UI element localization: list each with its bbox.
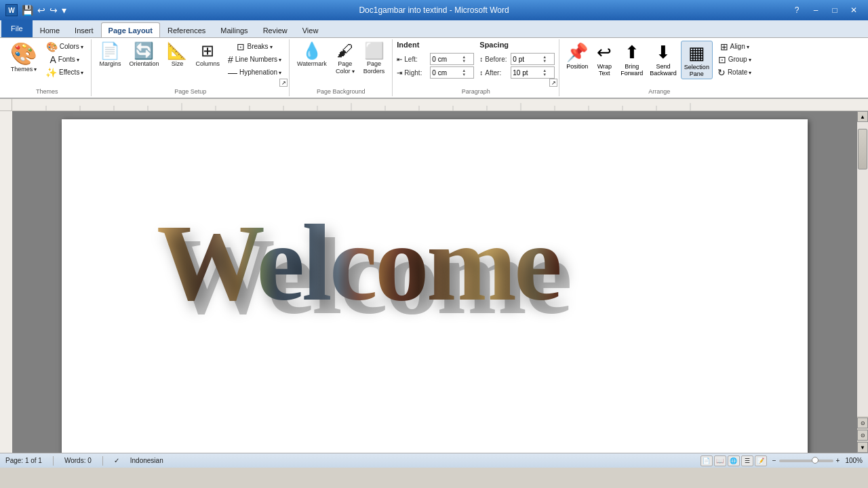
bring-forward-icon: ⬆ xyxy=(625,42,639,63)
window-controls: ? – □ ✕ xyxy=(788,3,863,17)
rotate-button[interactable]: ↻ Rotate▾ xyxy=(714,66,755,79)
word-icon: W xyxy=(5,4,18,16)
size-icon: 📐 xyxy=(167,43,187,59)
spacing-after-down[interactable]: ▼ xyxy=(542,73,547,77)
hyphenation-button[interactable]: — Hyphenation▾ xyxy=(224,66,285,79)
scroll-thumb[interactable] xyxy=(858,129,867,169)
indent-left-spinbox[interactable]: ▲ ▼ xyxy=(430,53,474,65)
spacing-after-spinbox-btns: ▲ ▼ xyxy=(542,68,547,77)
page-color-button[interactable]: 🖌 PageColor▾ xyxy=(332,41,359,77)
tab-references[interactable]: References xyxy=(160,22,213,37)
window-title: Doc1gambar into textind - Microsoft Word xyxy=(359,5,509,15)
zoom-in-button[interactable]: + xyxy=(836,457,840,464)
spacing-before-row: ↕ Before: ▲ ▼ xyxy=(479,53,555,65)
spacing-before-spinbox[interactable]: ▲ ▼ xyxy=(511,53,555,65)
zoom-slider[interactable]: − + xyxy=(772,457,840,464)
draft-btn[interactable]: 📝 xyxy=(755,455,767,466)
close-button[interactable]: ✕ xyxy=(845,3,863,17)
themes-group-content: 🎨 Themes▾ 🎨 Colors▾ A Fonts▾ ✨ Effects▾ xyxy=(7,41,87,95)
full-reading-btn[interactable]: 📖 xyxy=(714,455,726,466)
indent-right-spinbox[interactable]: ▲ ▼ xyxy=(430,66,474,79)
align-button[interactable]: ⊞ Align▾ xyxy=(714,41,755,53)
effects-label: Effects▾ xyxy=(59,68,83,77)
spell-check-icon: ✓ xyxy=(114,457,119,464)
redo-qa-button[interactable]: ↪ xyxy=(48,5,59,16)
columns-button[interactable]: ⊞ Columns xyxy=(192,41,223,70)
spacing-before-input[interactable] xyxy=(511,56,542,63)
doc-scroll-wrapper: Welcome Welcome ▲ ⊙ ⊙ ▼ xyxy=(0,111,868,453)
indent-left-down[interactable]: ▼ xyxy=(461,59,467,63)
tab-review[interactable]: Review xyxy=(256,22,295,37)
group-button[interactable]: ⊡ Group▾ xyxy=(714,54,755,66)
align-icon: ⊞ xyxy=(720,42,728,52)
indent-left-row: ⇤ Left: ▲ ▼ xyxy=(397,53,474,65)
scroll-track[interactable] xyxy=(857,122,868,416)
undo-qa-button[interactable]: ↩ xyxy=(36,5,47,16)
qa-dropdown[interactable]: ▾ xyxy=(60,5,68,16)
tab-mailings[interactable]: Mailings xyxy=(213,22,255,37)
zoom-out-button[interactable]: − xyxy=(772,457,776,464)
scroll-up-button[interactable]: ▲ xyxy=(857,111,868,122)
breaks-button[interactable]: ⊡ Breaks▾ xyxy=(224,41,285,53)
maximize-button[interactable]: □ xyxy=(826,3,844,17)
effects-button[interactable]: ✨ Effects▾ xyxy=(42,66,87,79)
spacing-before-label: Before: xyxy=(485,56,509,63)
doc-scroll-area[interactable]: Welcome Welcome xyxy=(12,111,857,453)
colors-icon: 🎨 xyxy=(46,42,58,52)
view-buttons: 📄 📖 🌐 ☰ 📝 xyxy=(701,455,767,466)
page-setup-extra: ⊡ Breaks▾ # Line Numbers▾ — Hyphenation▾ xyxy=(224,41,285,79)
tab-home[interactable]: Home xyxy=(33,22,67,37)
margins-button[interactable]: 📄 Margins xyxy=(96,41,124,70)
page-borders-button[interactable]: ⬜ PageBorders xyxy=(360,41,389,77)
colors-button[interactable]: 🎨 Colors▾ xyxy=(42,41,87,53)
ruler-area xyxy=(0,99,868,111)
tab-insert[interactable]: Insert xyxy=(67,22,101,37)
scroll-page-down[interactable]: ⊙ xyxy=(857,430,868,441)
tab-page-layout[interactable]: Page Layout xyxy=(101,22,160,37)
line-numbers-button[interactable]: # Line Numbers▾ xyxy=(224,54,285,66)
tab-view[interactable]: View xyxy=(295,22,326,37)
wrap-text-button[interactable]: ↩ WrapText xyxy=(592,41,616,78)
outline-btn[interactable]: ☰ xyxy=(741,455,753,466)
vertical-scrollbar[interactable]: ▲ ⊙ ⊙ ▼ xyxy=(857,111,868,453)
send-backward-button[interactable]: ⬇ SendBackward xyxy=(647,41,679,78)
selection-pane-button[interactable]: ▦ SelectionPane xyxy=(681,41,713,79)
themes-button[interactable]: 🎨 Themes▾ xyxy=(7,41,41,75)
doc-wrapper: Welcome Welcome xyxy=(12,111,857,453)
spacing-after-spinbox[interactable]: ▲ ▼ xyxy=(511,66,555,79)
scroll-page-up[interactable]: ⊙ xyxy=(857,418,868,428)
position-icon: 📌 xyxy=(566,42,588,63)
page-setup-expand[interactable]: ↗ xyxy=(279,79,288,87)
bring-forward-button[interactable]: ⬆ BringForward xyxy=(618,41,646,78)
spacing-after-input[interactable] xyxy=(511,69,542,77)
page-setup-label: Page Setup xyxy=(174,88,206,95)
watermark-button[interactable]: 💧 Watermark xyxy=(294,41,330,70)
fonts-button[interactable]: A Fonts▾ xyxy=(42,54,87,66)
spacing-before-down[interactable]: ▼ xyxy=(542,59,547,63)
group-label: Group▾ xyxy=(728,56,751,64)
bring-forward-label: BringForward xyxy=(620,63,643,77)
fonts-label: Fonts▾ xyxy=(58,56,79,64)
indent-left-input[interactable] xyxy=(431,56,461,63)
size-button[interactable]: 📐 Size xyxy=(163,41,191,70)
web-layout-btn[interactable]: 🌐 xyxy=(728,455,740,466)
horizontal-ruler xyxy=(12,99,868,111)
paragraph-content: Indent ⇤ Left: ▲ ▼ ⇥ xyxy=(397,41,555,95)
indent-right-input[interactable] xyxy=(431,69,461,77)
line-numbers-icon: # xyxy=(228,55,233,64)
orientation-label: Orientation xyxy=(129,60,159,68)
welcome-art: Welcome xyxy=(157,201,559,326)
paragraph-expand[interactable]: ↗ xyxy=(549,79,557,87)
zoom-track[interactable] xyxy=(779,460,833,462)
position-button[interactable]: 📌 Position xyxy=(564,41,591,71)
tab-file[interactable]: File xyxy=(1,20,33,37)
zoom-thumb[interactable] xyxy=(812,457,818,464)
paragraph-group: Indent ⇤ Left: ▲ ▼ ⇥ xyxy=(393,39,559,96)
orientation-button[interactable]: 🔄 Orientation xyxy=(125,41,162,70)
help-button[interactable]: ? xyxy=(788,3,806,17)
print-layout-btn[interactable]: 📄 xyxy=(701,455,713,466)
indent-right-down[interactable]: ▼ xyxy=(461,73,467,77)
save-qa-button[interactable]: 💾 xyxy=(20,5,35,16)
minimize-button[interactable]: – xyxy=(807,3,825,17)
scroll-down-button[interactable]: ▼ xyxy=(857,442,868,453)
